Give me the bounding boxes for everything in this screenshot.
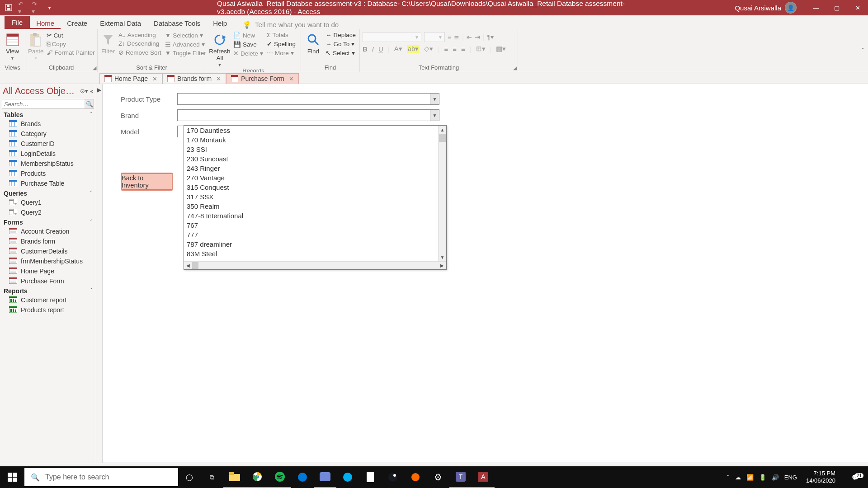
volume-icon[interactable]: 🔊 bbox=[772, 474, 779, 481]
nav-item[interactable]: Customer report bbox=[0, 295, 96, 305]
shutter-bar[interactable]: ▶ bbox=[96, 84, 103, 474]
nav-group-forms[interactable]: Formsˆ bbox=[0, 217, 96, 226]
nav-group-queries[interactable]: Queriesˆ bbox=[0, 188, 96, 197]
scroll-right-icon[interactable]: ▶ bbox=[438, 262, 446, 269]
search-icon[interactable]: 🔍 bbox=[85, 99, 94, 108]
italic-button[interactable]: I bbox=[372, 45, 374, 53]
skype-icon[interactable] bbox=[336, 466, 359, 488]
select-button[interactable]: ↖Select ▾ bbox=[325, 49, 357, 57]
goto-button[interactable]: →Go To ▾ bbox=[325, 40, 357, 48]
close-tab-icon[interactable]: ✕ bbox=[289, 75, 294, 82]
maximize-button[interactable]: ▢ bbox=[826, 0, 847, 15]
chrome-icon[interactable] bbox=[246, 466, 269, 488]
onedrive-icon[interactable]: ☁ bbox=[735, 474, 741, 481]
nav-item[interactable]: frmMembershipStatus bbox=[0, 256, 96, 266]
format-painter-button[interactable]: 🖌Format Painter bbox=[46, 49, 96, 56]
nav-item[interactable]: Category bbox=[0, 129, 96, 139]
font-name-combo[interactable]: ▼ bbox=[363, 32, 421, 42]
align-right-icon[interactable]: ≡ bbox=[461, 45, 465, 53]
dropdown-option[interactable]: 747-8 International bbox=[184, 211, 446, 221]
textfmt-launcher[interactable]: ◢ bbox=[513, 65, 517, 71]
undo-icon[interactable]: ↶ ▾ bbox=[18, 4, 26, 12]
paste-button[interactable]: Paste▼ bbox=[28, 30, 44, 61]
brand-combo[interactable]: ▼ bbox=[177, 109, 439, 121]
collapse-ribbon-icon[interactable]: ˄ bbox=[861, 47, 864, 54]
indent-dec-icon[interactable]: ⇤ bbox=[467, 33, 472, 41]
dropdown-option[interactable]: 787 dreamliner bbox=[184, 239, 446, 249]
scroll-thumb[interactable] bbox=[439, 134, 446, 142]
save-icon[interactable] bbox=[5, 4, 13, 12]
battery-icon[interactable]: 🔋 bbox=[759, 474, 766, 481]
save-record-button[interactable]: 💾Save bbox=[232, 40, 264, 48]
edge-icon[interactable] bbox=[291, 466, 314, 488]
file-explorer-icon[interactable] bbox=[223, 466, 246, 488]
cut-button[interactable]: ✂Cut bbox=[46, 31, 96, 39]
close-button[interactable]: ✕ bbox=[847, 0, 868, 15]
minimize-button[interactable]: — bbox=[806, 0, 826, 15]
toggle-filter-button[interactable]: ▼Toggle Filter bbox=[164, 49, 207, 57]
language-indicator[interactable]: ENG bbox=[784, 474, 797, 481]
nav-search-input[interactable] bbox=[2, 101, 85, 108]
cortana-icon[interactable]: ◯ bbox=[178, 466, 201, 488]
dropdown-option[interactable]: 350 Realm bbox=[184, 202, 446, 211]
nav-item[interactable]: Home Page bbox=[0, 266, 96, 276]
nav-collapse-icon[interactable]: « bbox=[90, 88, 93, 94]
delete-record-button[interactable]: ✕Delete ▾ bbox=[232, 49, 264, 57]
font-size-combo[interactable]: ▼ bbox=[424, 32, 445, 42]
tab-database-tools[interactable]: Database Tools bbox=[147, 17, 207, 29]
text-dir-icon[interactable]: ¶▾ bbox=[487, 33, 494, 41]
copy-button[interactable]: ⎘Copy bbox=[46, 40, 96, 48]
totals-button[interactable]: ΣTotals bbox=[266, 31, 297, 39]
discord-icon[interactable] bbox=[314, 466, 336, 488]
scroll-thumb[interactable] bbox=[192, 262, 198, 269]
tab-home[interactable]: Home bbox=[30, 17, 61, 29]
bullets-icon[interactable]: ≡ bbox=[448, 33, 451, 41]
clock[interactable]: 7:15 PM 14/06/2020 bbox=[802, 470, 839, 484]
selection-button[interactable]: ▼Selection ▾ bbox=[164, 31, 207, 39]
alt-row-button[interactable]: ▦▾ bbox=[496, 45, 506, 53]
tab-help[interactable]: Help bbox=[207, 17, 233, 29]
new-record-button[interactable]: 📄New bbox=[232, 31, 264, 39]
nav-item[interactable]: Products report bbox=[0, 305, 96, 315]
tab-purchase-form[interactable]: Purchase Form✕ bbox=[226, 73, 299, 84]
nav-item[interactable]: Purchase Table bbox=[0, 178, 96, 188]
product-type-combo[interactable]: ▼ bbox=[177, 93, 439, 105]
clipboard-launcher[interactable]: ◢ bbox=[93, 65, 96, 71]
nav-item[interactable]: Account Creation bbox=[0, 226, 96, 236]
view-button[interactable]: View▼ bbox=[3, 30, 22, 61]
dropdown-option[interactable]: 83M Steel bbox=[184, 249, 446, 258]
dropdown-option[interactable]: 315 Conquest bbox=[184, 183, 446, 192]
nav-item[interactable]: Query2 bbox=[0, 207, 96, 217]
nav-item[interactable]: MembershipStatus bbox=[0, 159, 96, 169]
file-tab[interactable]: File bbox=[5, 16, 30, 29]
nav-item[interactable]: CustomerID bbox=[0, 139, 96, 149]
close-tab-icon[interactable]: ✕ bbox=[152, 75, 157, 82]
sort-asc-button[interactable]: A↓Ascending bbox=[118, 31, 162, 39]
remove-sort-button[interactable]: ⊘Remove Sort bbox=[118, 48, 162, 56]
chevron-down-icon[interactable]: ▼ bbox=[430, 94, 439, 104]
dropdown-option[interactable]: 170 Dauntless bbox=[184, 126, 446, 135]
dropdown-option[interactable]: 23 SSI bbox=[184, 145, 446, 154]
numbering-icon[interactable]: ≣ bbox=[454, 33, 459, 41]
dropdown-option[interactable]: 243 Ringer bbox=[184, 164, 446, 173]
steam-icon[interactable] bbox=[382, 466, 404, 488]
action-center-icon[interactable]: 💬21 bbox=[844, 474, 866, 481]
access-taskbar-icon[interactable]: A bbox=[472, 466, 495, 488]
settings-icon[interactable]: ⚙ bbox=[427, 466, 449, 488]
align-center-icon[interactable]: ≡ bbox=[453, 45, 457, 53]
notepad-icon[interactable] bbox=[359, 466, 382, 488]
nav-title[interactable]: All Access Obje… bbox=[3, 86, 78, 96]
align-left-icon[interactable]: ≡ bbox=[444, 45, 448, 53]
taskbar-search[interactable]: 🔍 Type here to search bbox=[24, 468, 178, 486]
nav-item[interactable]: Purchase Form bbox=[0, 276, 96, 286]
start-button[interactable] bbox=[0, 466, 24, 488]
sort-desc-button[interactable]: Z↓Descending bbox=[118, 40, 162, 47]
dropdown-option[interactable]: 170 Montauk bbox=[184, 135, 446, 145]
tray-expand-icon[interactable]: ˄ bbox=[726, 474, 730, 481]
highlight-button[interactable]: ab▾ bbox=[407, 45, 420, 53]
dropdown-option[interactable]: 230 Suncoast bbox=[184, 154, 446, 164]
app-icon[interactable] bbox=[404, 466, 427, 488]
nav-item[interactable]: Products bbox=[0, 169, 96, 178]
back-to-inventory-button[interactable]: Back to Inventory bbox=[121, 173, 173, 191]
close-tab-icon[interactable]: ✕ bbox=[216, 75, 221, 82]
